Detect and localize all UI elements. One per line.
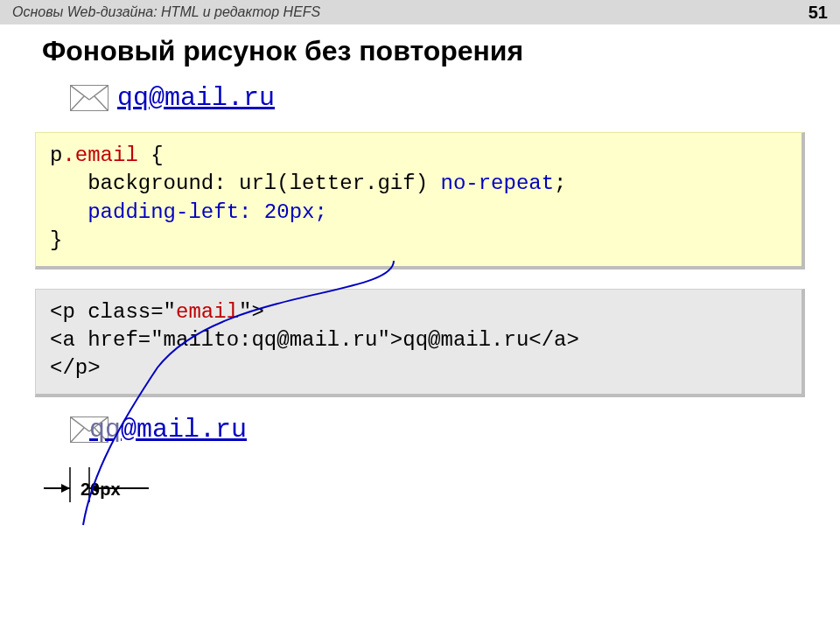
css-selector-tag: p [50, 144, 62, 167]
header-bar: Основы Web-дизайна: HTML и редактор HEFS… [0, 0, 840, 24]
email-link-2[interactable]: qq@mail.ru [89, 415, 247, 444]
svg-line-3 [94, 96, 108, 110]
svg-line-0 [71, 86, 89, 100]
svg-marker-11 [61, 484, 70, 493]
html-open-p-a: <p class=" [50, 300, 176, 324]
svg-line-1 [89, 86, 108, 100]
email-link-2-qq: qq [89, 415, 121, 444]
example-2: qq@mail.ru 20px [70, 416, 840, 522]
css-selector-class: .email [62, 144, 137, 167]
html-code-box: <p class="email"> <a href="mailto:qq@mai… [35, 289, 805, 397]
html-anchor: <a href="mailto:qq@mail.ru">qq@mail.ru</… [50, 328, 579, 352]
example-1: qq@mail.ru [70, 83, 840, 113]
css-bg-semi: ; [554, 172, 566, 195]
page-number: 51 [808, 3, 828, 23]
html-class-value: email [176, 300, 239, 324]
svg-line-2 [71, 96, 84, 110]
css-bg-prop: background: url(letter.gif) [50, 172, 440, 195]
measurement: 20px [35, 467, 210, 511]
header-title: Основы Web-дизайна: HTML и редактор HEFS [12, 4, 320, 20]
css-padding-left: padding-left: 20px; [50, 200, 327, 224]
svg-line-4 [71, 417, 89, 431]
slide-title: Фоновый рисунок без повторения [42, 35, 840, 67]
css-no-repeat: no-repeat [440, 172, 554, 195]
html-open-p-c: "> [239, 300, 264, 324]
email-link-1[interactable]: qq@mail.ru [117, 83, 275, 113]
svg-line-6 [71, 428, 84, 442]
html-close-p: </p> [50, 356, 101, 380]
css-brace-close: } [50, 228, 62, 252]
css-code-box: p.email { background: url(letter.gif) no… [35, 132, 805, 270]
measurement-label: 20px [80, 480, 121, 500]
css-brace-open: { [138, 144, 164, 167]
email-link-2-rest: @mail.ru [121, 415, 247, 444]
envelope-icon [70, 85, 108, 111]
